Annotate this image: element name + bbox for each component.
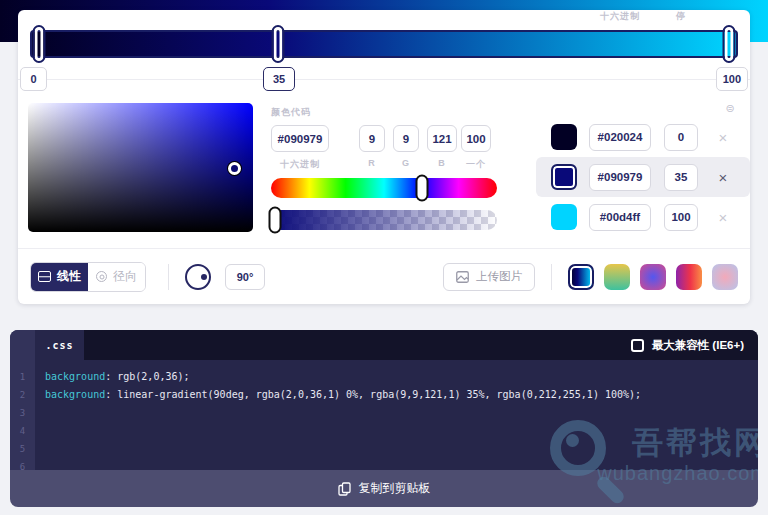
preset-gradient-swatch[interactable] [568, 264, 594, 290]
stop-position-input[interactable] [664, 164, 698, 191]
color-code-label: 颜色代码 [271, 106, 311, 119]
checkbox-icon[interactable] [631, 339, 644, 352]
upload-image-icon [456, 271, 469, 283]
alpha-handle[interactable] [269, 207, 282, 234]
code-panel: .css 最大兼容性 (IE6+) 1 background: rgb(2,0,… [10, 330, 758, 470]
preset-gradient-swatch[interactable] [712, 264, 738, 290]
toolbar-separator [168, 264, 169, 290]
toolbar-divider [18, 248, 750, 249]
css-code: 1 background: rgb(2,0,36); 2 background:… [10, 368, 758, 470]
green-input[interactable] [393, 125, 419, 152]
code-line: 2 background: linear-gradient(90deg, rgb… [10, 386, 758, 404]
code-text: background: linear-gradient(90deg, rgba(… [35, 386, 641, 404]
stop-position-input[interactable] [664, 204, 698, 231]
red-field-label: R [359, 158, 385, 168]
stop-position-input[interactable] [664, 124, 698, 151]
preset-gradient-swatch[interactable] [640, 264, 666, 290]
stop-column-header: 停 [664, 10, 698, 23]
toolbar: 线性 径向 上传图片 [30, 258, 738, 295]
line-number: 3 [10, 404, 35, 422]
code-line: 4 [10, 422, 758, 440]
radial-gradient-icon [96, 271, 107, 282]
hue-handle[interactable] [415, 175, 428, 202]
copy-icon [338, 482, 351, 496]
saturation-brightness-picker[interactable] [28, 103, 253, 232]
stop-color-swatch[interactable] [551, 164, 577, 190]
delete-stop-icon[interactable]: × [712, 126, 734, 148]
red-input[interactable] [359, 125, 385, 152]
hex-input[interactable] [271, 125, 329, 152]
stop-position-badge[interactable]: 35 [263, 67, 295, 91]
stop-hex-input[interactable] [589, 204, 651, 231]
stop-color-swatch[interactable] [551, 124, 577, 150]
delete-stop-icon[interactable]: × [712, 166, 734, 188]
code-line: 1 background: rgb(2,0,36); [10, 368, 758, 386]
line-number: 4 [10, 422, 35, 440]
toolbar-separator [551, 264, 552, 290]
stop-row[interactable]: × [536, 157, 750, 197]
linear-gradient-icon [38, 271, 51, 282]
max-compatibility-checkbox[interactable]: 最大兼容性 (IE6+) [631, 338, 744, 353]
line-number: 1 [10, 368, 35, 386]
tab-linear-label: 线性 [57, 268, 81, 285]
gradient-type-toggle: 线性 径向 [30, 262, 146, 292]
line-number: 2 [10, 386, 35, 404]
preset-gradient-swatch[interactable] [604, 264, 630, 290]
tab-css[interactable]: .css [35, 330, 84, 360]
preset-gradient-swatch[interactable] [676, 264, 702, 290]
gradient-stop-handle[interactable] [33, 25, 46, 63]
copy-to-clipboard-button[interactable]: 复制到剪贴板 [10, 470, 758, 507]
code-line: 3 [10, 404, 758, 422]
picker-cursor[interactable] [228, 162, 241, 175]
code-line: 5 [10, 440, 758, 458]
code-output-section: .css 最大兼容性 (IE6+) 1 background: rgb(2,0,… [10, 330, 758, 507]
tab-linear[interactable]: 线性 [31, 263, 88, 291]
stop-position-badge[interactable]: 0 [20, 67, 47, 91]
code-tab-bar: .css 最大兼容性 (IE6+) [35, 330, 758, 360]
code-text: background: rgb(2,0,36); [35, 368, 190, 386]
blue-field-label: B [427, 158, 457, 168]
alpha-slider[interactable] [271, 210, 497, 230]
stop-hex-input[interactable] [589, 124, 651, 151]
blue-input[interactable] [427, 125, 457, 152]
green-field-label: G [393, 158, 419, 168]
preset-gradients [568, 264, 738, 290]
max-compatibility-label: 最大兼容性 (IE6+) [652, 338, 744, 353]
hex-column-header: 十六进制 [589, 10, 651, 23]
tab-radial-label: 径向 [113, 268, 137, 285]
upload-image-button[interactable]: 上传图片 [443, 263, 535, 291]
stops-panel: 十六进制 停 ⊜ × × × [536, 10, 750, 250]
gradient-stop-handle[interactable] [272, 25, 285, 63]
hex-field-label: 十六进制 [271, 158, 329, 171]
angle-input[interactable] [225, 264, 265, 290]
copy-to-clipboard-label: 复制到剪贴板 [359, 480, 431, 497]
stop-row[interactable]: × [536, 117, 750, 157]
stop-hex-input[interactable] [589, 164, 651, 191]
tab-radial[interactable]: 径向 [88, 263, 145, 291]
stops-menu-icon[interactable]: ⊜ [718, 102, 742, 115]
alpha-input[interactable] [461, 125, 491, 152]
gradient-editor-card: 0 35 100 颜色代码 十六进制 R G B 一个 十六进制 停 ⊜ × [18, 10, 750, 304]
upload-image-label: 上传图片 [476, 269, 522, 284]
hue-slider[interactable] [271, 178, 497, 198]
alpha-gradient-overlay [271, 210, 497, 230]
stop-row[interactable]: × [536, 197, 750, 237]
alpha-field-label: 一个 [461, 158, 491, 171]
line-number: 5 [10, 440, 35, 458]
delete-stop-icon[interactable]: × [712, 206, 734, 228]
angle-dial[interactable] [185, 264, 211, 290]
stop-color-swatch[interactable] [551, 204, 577, 230]
